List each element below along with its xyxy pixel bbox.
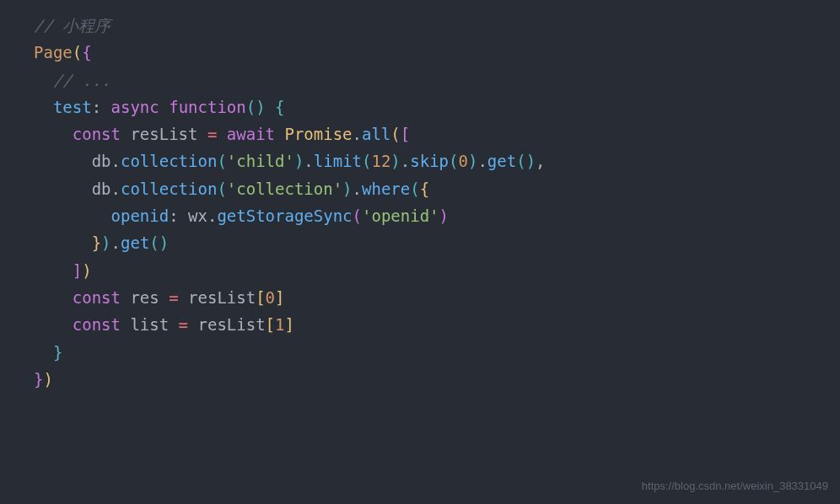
code-line-14: }) [34, 366, 840, 393]
code-line-13: } [34, 339, 840, 366]
all-method: all [362, 125, 390, 143]
code-line-5: const resList = await Promise.all([ [34, 121, 840, 147]
promise-object: Promise [284, 125, 352, 143]
const-keyword: const [73, 288, 121, 307]
code-line-1: // 小程序 [34, 12, 840, 39]
code-line-2: Page({ [34, 39, 840, 66]
async-keyword: async [111, 98, 159, 116]
comment-text: // ... [53, 71, 111, 89]
code-line-8: openid: wx.getStorageSync('openid') [34, 202, 840, 229]
page-call: Page [34, 43, 73, 62]
code-line-6: db.collection('child').limit(12).skip(0)… [34, 147, 840, 174]
code-line-10: ]) [34, 257, 840, 284]
code-line-3: // ... [34, 67, 840, 94]
const-keyword: const [73, 125, 121, 143]
await-keyword: await [217, 125, 284, 143]
function-keyword: function [169, 98, 246, 116]
code-line-11: const res = resList[0] [34, 284, 840, 311]
code-line-12: const list = resList[1] [34, 311, 840, 338]
watermark-text: https://blog.csdn.net/weixin_38331049 [642, 477, 828, 496]
code-editor[interactable]: // 小程序 Page({ // ... test: async functio… [0, 0, 840, 405]
code-line-7: db.collection('collection').where({ [34, 175, 840, 202]
comment-text: // 小程序 [34, 16, 110, 35]
property-key: test [53, 98, 92, 116]
const-keyword: const [73, 315, 121, 334]
code-line-4: test: async function() { [34, 94, 840, 121]
code-line-9: }).get() [34, 229, 840, 256]
